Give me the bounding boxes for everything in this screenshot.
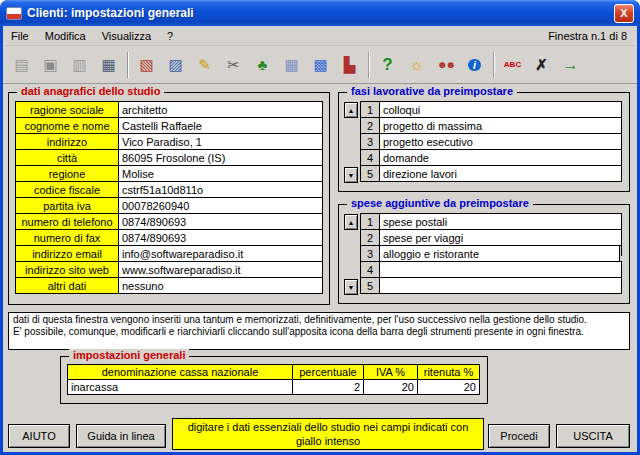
field-row: città (15, 149, 323, 166)
tip-icon: ☼ (409, 56, 424, 74)
toolbar-button-form-edit[interactable]: ▨ (163, 52, 188, 77)
field-input-fax[interactable] (118, 229, 323, 246)
field-input-codice-fiscale[interactable] (118, 181, 323, 198)
close-icon: X (620, 7, 627, 19)
spese-row-text[interactable] (379, 261, 622, 278)
close-button[interactable]: X (614, 4, 634, 23)
uscita-button[interactable]: USCITA (556, 424, 630, 448)
users-icon: ☻☻ (437, 59, 454, 70)
toolbar-button-help[interactable]: ? (375, 52, 400, 77)
field-label-cognome-nome: cognome e nome (15, 117, 119, 134)
menu-file[interactable]: File (3, 28, 37, 44)
info-icon: i (468, 59, 481, 71)
menu-modifica[interactable]: Modifica (37, 28, 94, 44)
save-icon: ▣ (43, 56, 57, 74)
table-header-row: denominazione cassa nazionale percentual… (67, 364, 480, 380)
toolbar-button-pencil[interactable]: ✎ (192, 52, 217, 77)
spese-title: spese aggiuntive da preimpostare (347, 197, 533, 209)
field-label-telefono: numero di telefono (15, 213, 119, 230)
field-label-indirizzo: indirizzo (15, 133, 119, 150)
arrow-down-icon: ▼ (348, 284, 355, 291)
list-item: 4domande (360, 149, 622, 166)
field-input-sito-web[interactable] (118, 261, 323, 278)
header-denominazione: denominazione cassa nazionale (67, 364, 293, 380)
title-bar[interactable]: Clienti: impostazioni generali X (0, 0, 640, 26)
fasi-row-text[interactable]: progetto esecutivo (379, 133, 622, 150)
list-item: 5 (360, 277, 622, 294)
toolbar-button-form-new[interactable]: ▧ (134, 52, 159, 77)
field-input-email[interactable] (118, 245, 323, 262)
arrow-up-icon: ▲ (348, 107, 355, 114)
spese-row-text[interactable] (379, 277, 622, 294)
pencil-icon: ✎ (198, 56, 211, 74)
menu-visualizza[interactable]: Visualizza (94, 28, 159, 44)
fasi-scroll-down-button[interactable]: ▼ (344, 167, 358, 183)
field-input-regione[interactable] (118, 165, 323, 182)
list-item: 3progetto esecutivo (360, 133, 622, 150)
exit-icon: → (563, 56, 579, 74)
toolbar-button-grid[interactable]: ▦ (279, 52, 304, 77)
spese-row-text[interactable]: alloggio e ristorante (379, 245, 620, 262)
cell-percentuale[interactable]: 2 (292, 379, 364, 395)
fasi-row-text[interactable]: colloqui (379, 101, 622, 118)
fasi-row-text[interactable]: direzione lavori (379, 165, 622, 182)
toolbar-button-stamp[interactable]: ▥ (67, 52, 92, 77)
toolbar-separator (127, 52, 129, 78)
chart-icon: ▙ (344, 56, 356, 74)
cell-denominazione[interactable]: inarcassa (67, 379, 293, 395)
field-input-altri-dati[interactable] (118, 277, 323, 294)
fasi-list: 1colloqui 2progetto di massima 3progetto… (360, 102, 622, 182)
window-body: File Modifica Visualizza ? Finestra n.1 … (3, 26, 637, 452)
procedi-button[interactable]: Procedi (488, 424, 550, 448)
toolbar-button-spellcheck[interactable]: ABC (500, 52, 525, 77)
toolbar-button-chart[interactable]: ▙ (337, 52, 362, 77)
guida-button[interactable]: Guida in linea (76, 424, 166, 448)
form-new-icon: ▧ (139, 56, 153, 74)
fasi-row-number: 4 (360, 149, 380, 166)
toolbar-button-users[interactable]: ☻☻ (433, 52, 458, 77)
toolbar-button-new[interactable]: ▤ (9, 52, 34, 77)
toolbar-button-cutter[interactable]: ✂ (221, 52, 246, 77)
toolbar-button-save[interactable]: ▣ (38, 52, 63, 77)
spese-list: 1spese postali 2spese per viaggi 3allogg… (360, 214, 622, 294)
field-row: numero di fax (15, 229, 323, 246)
dati-fields: ragione sociale cognome e nome indirizzo… (15, 102, 323, 294)
field-input-telefono[interactable] (118, 213, 323, 230)
cell-iva[interactable]: 20 (363, 379, 418, 395)
toolbar-button-delete[interactable]: ✗ (529, 52, 554, 77)
spese-scroll-up-button[interactable]: ▲ (344, 214, 358, 230)
fasi-row-number: 5 (360, 165, 380, 182)
list-item: 2progetto di massima (360, 117, 622, 134)
spese-scroll-down-button[interactable]: ▼ (344, 279, 358, 295)
list-item: 1spese postali (360, 213, 622, 230)
list-item: 4 (360, 261, 622, 278)
toolbar-button-print[interactable]: ▦ (96, 52, 121, 77)
toolbar-separator (368, 52, 370, 78)
menu-help[interactable]: ? (159, 28, 181, 44)
spese-row-number: 3 (360, 245, 380, 262)
toolbar-separator (493, 52, 495, 78)
toolbar-button-exit[interactable]: → (558, 52, 583, 77)
field-input-citta[interactable] (118, 149, 323, 166)
fasi-row-text[interactable]: domande (379, 149, 622, 166)
field-row: altri dati (15, 277, 323, 294)
fasi-scroll-up-button[interactable]: ▲ (344, 102, 358, 118)
toolbar-button-info[interactable]: i (462, 52, 487, 77)
field-row: ragione sociale (15, 101, 323, 118)
field-input-indirizzo[interactable] (118, 133, 323, 150)
spese-row-text[interactable]: spese postali (379, 213, 622, 230)
toolbar-button-plants[interactable]: ♣ (250, 52, 275, 77)
field-input-cognome-nome[interactable] (118, 117, 323, 134)
field-row: regione (15, 165, 323, 182)
field-input-partita-iva[interactable] (118, 197, 323, 214)
toolbar-button-calculator[interactable]: ▩ (308, 52, 333, 77)
impostazioni-title: impostazioni generali (69, 349, 189, 361)
instruction-box: digitare i dati essenziali dello studio … (172, 418, 484, 450)
field-input-ragione-sociale[interactable] (118, 101, 323, 118)
aiuto-button[interactable]: AIUTO (8, 424, 70, 448)
window-title: Clienti: impostazioni generali (27, 6, 194, 20)
spese-row-text[interactable]: spese per viaggi (379, 229, 622, 246)
toolbar-button-tip[interactable]: ☼ (404, 52, 429, 77)
cell-ritenuta[interactable]: 20 (417, 379, 480, 395)
fasi-row-text[interactable]: progetto di massima (379, 117, 622, 134)
